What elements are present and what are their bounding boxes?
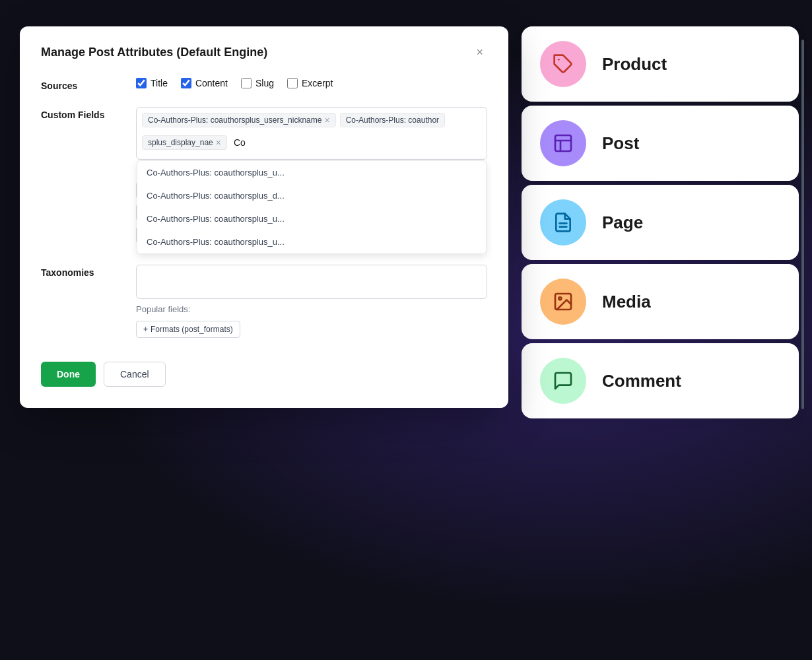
svg-point-7 — [558, 297, 561, 300]
svg-rect-1 — [555, 135, 571, 151]
taxonomies-popular-btns: + Formats (post_formats) — [136, 321, 487, 338]
sources-label: Sources — [41, 78, 120, 91]
modal-header: Manage Post Attributes (Default Engine) … — [41, 45, 487, 59]
sources-checkboxes: Title Content Slug Excerpt — [136, 78, 487, 88]
taxonomies-label: Taxonomies — [41, 265, 120, 278]
media-title: Media — [602, 292, 651, 312]
excerpt-label: Excerpt — [302, 78, 333, 88]
tag-icon — [553, 53, 574, 75]
tags-row2: splus_display_nae × — [142, 135, 481, 150]
custom-fields-label: Custom Fields — [41, 107, 120, 120]
sources-row: Sources Title Content Slug Excerpt — [41, 78, 487, 91]
custom-fields-search-input[interactable] — [231, 135, 352, 150]
media-card[interactable]: Media — [522, 264, 799, 339]
comment-icon-wrap — [540, 358, 586, 404]
custom-fields-input-container[interactable]: Co-Authors-Plus: coauthorsplus_users_nic… — [136, 107, 487, 160]
title-checkbox-input[interactable] — [136, 78, 147, 88]
media-icon — [553, 291, 574, 312]
tag-remove-splus[interactable]: × — [216, 138, 221, 147]
custom-fields-row: Custom Fields Co-Authors-Plus: coauthors… — [41, 107, 487, 249]
comment-card[interactable]: Comment — [522, 343, 799, 418]
source-content-checkbox[interactable]: Content — [181, 78, 228, 88]
taxonomies-row: Taxonomies Popular fields: + Formats (po… — [41, 265, 487, 343]
post-icon-wrap — [540, 120, 586, 166]
title-label: Title — [151, 78, 168, 88]
content-label: Content — [195, 78, 228, 88]
slug-checkbox-input[interactable] — [241, 78, 252, 88]
taxonomies-content: Popular fields: + Formats (post_formats) — [136, 265, 487, 343]
done-button[interactable]: Done — [41, 362, 96, 387]
tag-coauthors-2: Co-Authors-Plus: coauthor — [340, 113, 445, 127]
custom-fields-dropdown: Co-Authors-Plus: coauthorsplus_u... Co-A… — [137, 160, 487, 254]
post-title: Post — [602, 133, 639, 154]
excerpt-checkbox-input[interactable] — [287, 78, 298, 88]
custom-fields-content: Co-Authors-Plus: coauthorsplus_users_nic… — [136, 107, 487, 249]
dropdown-item-2[interactable]: Co-Authors-Plus: coauthorsplus_d... — [137, 184, 486, 207]
source-excerpt-checkbox[interactable]: Excerpt — [287, 78, 333, 88]
modal-footer: Done Cancel — [41, 362, 487, 387]
product-icon-wrap — [540, 41, 586, 87]
page-icon-wrap — [540, 199, 586, 246]
source-title-checkbox[interactable]: Title — [136, 78, 168, 88]
tag-coauthors-nickname: Co-Authors-Plus: coauthorsplus_users_nic… — [142, 113, 336, 127]
media-icon-wrap — [540, 279, 586, 325]
close-button[interactable]: × — [472, 45, 487, 59]
dropdown-item-3[interactable]: Co-Authors-Plus: coauthorsplus_u... — [137, 207, 486, 230]
post-icon — [553, 133, 574, 154]
post-card[interactable]: Post — [522, 106, 799, 181]
source-slug-checkbox[interactable]: Slug — [241, 78, 274, 88]
comment-title: Comment — [602, 371, 681, 391]
tag-remove-nickname[interactable]: × — [324, 116, 329, 125]
page-title: Page — [602, 213, 643, 233]
cards-panel: Product Post Page — [522, 26, 799, 422]
product-title: Product — [602, 54, 667, 75]
modal-title: Manage Post Attributes (Default Engine) — [41, 46, 267, 59]
tag-splus: splus_display_nae × — [142, 135, 227, 150]
page-card[interactable]: Page — [522, 185, 799, 260]
cancel-button[interactable]: Cancel — [104, 362, 166, 387]
content-checkbox-input[interactable] — [181, 78, 191, 88]
page-icon — [553, 212, 574, 233]
manage-post-attributes-modal: Manage Post Attributes (Default Engine) … — [20, 26, 508, 408]
slug-label: Slug — [255, 78, 274, 88]
taxonomies-popular-label: Popular fields: — [136, 304, 487, 314]
taxonomies-input-container[interactable] — [136, 265, 487, 299]
dropdown-item-4[interactable]: Co-Authors-Plus: coauthorsplus_u... — [137, 230, 486, 253]
comment-icon — [553, 370, 574, 391]
popular-btn-formats[interactable]: + Formats (post_formats) — [136, 321, 240, 338]
dropdown-item-1[interactable]: Co-Authors-Plus: coauthorsplus_u... — [137, 161, 486, 184]
product-card[interactable]: Product — [522, 26, 799, 102]
sources-content: Title Content Slug Excerpt — [136, 78, 487, 88]
